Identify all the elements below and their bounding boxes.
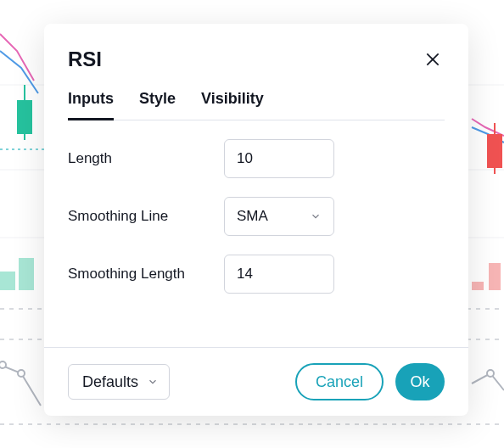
select-smoothing-line[interactable]: SMA	[224, 197, 334, 236]
tab-visibility[interactable]: Visibility	[201, 90, 264, 120]
label-smoothing-length: Smoothing Length	[68, 266, 224, 283]
defaults-dropdown[interactable]: Defaults	[68, 364, 170, 400]
modal-title: RSI	[68, 48, 102, 71]
close-icon	[424, 51, 441, 68]
svg-rect-11	[489, 263, 501, 290]
cancel-button[interactable]: Cancel	[295, 363, 384, 400]
footer-actions: Cancel Ok	[295, 363, 445, 400]
close-button[interactable]	[421, 48, 445, 71]
modal-footer: Defaults Cancel Ok	[44, 347, 468, 416]
label-length: Length	[68, 150, 224, 167]
tab-inputs[interactable]: Inputs	[68, 90, 114, 120]
form-inputs: Length Smoothing Line SMA Smoothing Leng…	[44, 120, 468, 347]
svg-point-16	[18, 370, 25, 377]
input-length[interactable]	[224, 139, 334, 178]
svg-rect-8	[0, 272, 15, 290]
chevron-down-icon	[310, 210, 322, 222]
row-length: Length	[68, 139, 445, 178]
svg-rect-9	[19, 258, 34, 290]
row-smoothing-line: Smoothing Line SMA	[68, 197, 445, 236]
ok-button[interactable]: Ok	[395, 363, 445, 400]
select-smoothing-line-value: SMA	[237, 208, 268, 225]
label-smoothing-line: Smoothing Line	[68, 208, 224, 225]
indicator-settings-modal: RSI Inputs Style Visibility Length Smoot…	[44, 24, 468, 416]
svg-point-17	[487, 370, 494, 377]
input-smoothing-length[interactable]	[224, 255, 334, 294]
tab-style[interactable]: Style	[139, 90, 176, 120]
tabs: Inputs Style Visibility	[68, 90, 445, 120]
defaults-label: Defaults	[82, 373, 138, 391]
modal-header: RSI	[44, 24, 468, 71]
svg-rect-10	[472, 282, 484, 290]
svg-point-15	[0, 361, 6, 368]
chevron-down-icon	[147, 376, 159, 388]
row-smoothing-length: Smoothing Length	[68, 255, 445, 294]
